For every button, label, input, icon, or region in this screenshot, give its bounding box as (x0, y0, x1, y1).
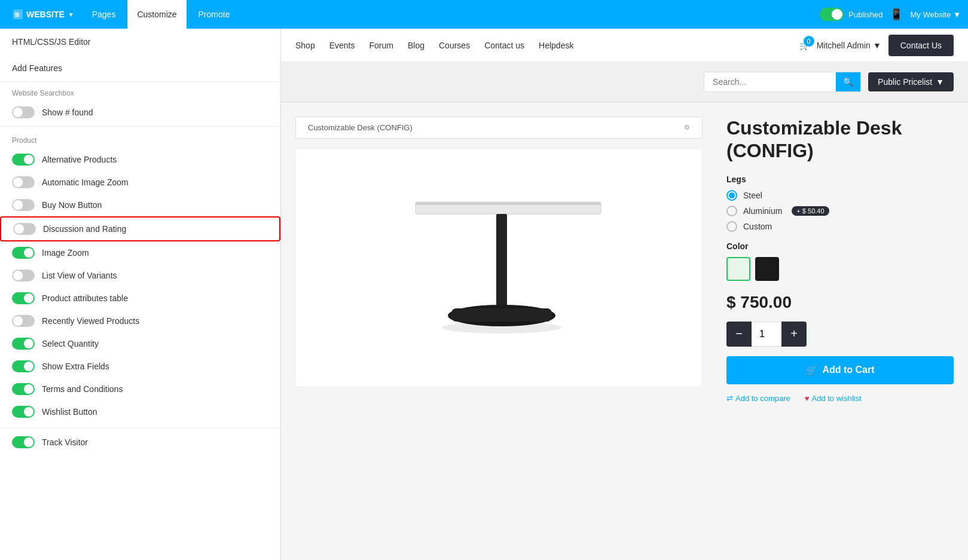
search-box: 🔍 (704, 72, 861, 92)
website-searchbox-section-label: Website Searchbox (0, 82, 280, 101)
toggle-automatic-image-zoom-knob (13, 178, 23, 187)
product-image-container (295, 148, 703, 387)
nav-helpdesk[interactable]: Helpdesk (539, 41, 573, 50)
toggle-show-extra-fields-knob (24, 362, 33, 371)
search-button[interactable]: 🔍 (836, 72, 860, 91)
legs-radio-steel[interactable] (726, 190, 737, 201)
toggle-select-quantity-knob (24, 339, 33, 348)
toggle-wishlist-button[interactable]: Wishlist Button (0, 400, 280, 423)
main-layout: HTML/CSS/JS Editor Add Features Website … (0, 29, 968, 560)
toggle-image-zoom-switch[interactable] (12, 247, 35, 259)
website-logo[interactable]: ⊞ WEBSITE ▼ (7, 10, 80, 19)
mobile-preview-icon[interactable]: 📱 (890, 8, 903, 21)
legs-radio-aluminium[interactable] (726, 206, 737, 216)
nav-shop[interactable]: Shop (295, 41, 315, 50)
nav-forum[interactable]: Forum (370, 41, 393, 50)
toggle-terms-and-conditions[interactable]: Terms and Conditions (0, 378, 280, 400)
toggle-track-visitor[interactable]: Track Visitor (0, 431, 280, 454)
product-page: Customizable Desk (CONFIG) ⚙ (281, 102, 968, 417)
aluminium-price-badge: + $ 50.40 (792, 206, 829, 216)
legs-option-custom[interactable]: Custom (726, 221, 954, 232)
color-swatch-black[interactable] (755, 257, 779, 281)
svg-point-7 (442, 322, 561, 333)
toggle-recently-viewed-products-knob (13, 316, 23, 326)
html-css-editor-item[interactable]: HTML/CSS/JS Editor (0, 29, 280, 55)
toggle-select-quantity[interactable]: Select Quantity (0, 332, 280, 355)
legs-radio-custom[interactable] (726, 221, 737, 232)
toggle-wishlist-button-knob (24, 407, 33, 417)
toggle-recently-viewed-products-switch[interactable] (12, 315, 35, 327)
toggle-alternative-products[interactable]: Alternative Products (0, 148, 280, 171)
product-actions: ⇄ Add to compare ♥ Add to wishlist (726, 394, 954, 403)
toggle-show-extra-fields[interactable]: Show Extra Fields (0, 355, 280, 378)
pricelist-button[interactable]: Public Pricelist ▼ (868, 72, 954, 91)
legs-option-aluminium[interactable]: Aluminium + $ 50.40 (726, 206, 954, 216)
search-bar-row: 🔍 Public Pricelist ▼ (281, 62, 968, 102)
published-switch[interactable] (820, 8, 844, 21)
product-image-svg (386, 166, 613, 369)
user-dropdown[interactable]: Mitchell Admin ▼ (817, 41, 881, 50)
website-nav-right: 🛒 0 Mitchell Admin ▼ Contact Us (799, 35, 954, 56)
published-toggle[interactable]: Published (820, 8, 883, 21)
toggle-buy-now-button[interactable]: Buy Now Button (0, 194, 280, 216)
toggle-discussion-and-rating-knob (14, 224, 24, 234)
content-area: Shop Events Forum Blog Courses Contact u… (281, 29, 968, 560)
toggle-list-view-variants-switch[interactable] (12, 270, 35, 281)
cart-icon[interactable]: 🛒 0 (799, 41, 810, 50)
toggle-discussion-and-rating[interactable]: Discussion and Rating (0, 216, 280, 241)
website-nav: Shop Events Forum Blog Courses Contact u… (281, 29, 968, 62)
svg-rect-3 (416, 202, 601, 205)
toggle-discussion-and-rating-switch[interactable] (13, 223, 36, 235)
sidebar-scroll-area[interactable]: Website Searchbox Show # found Product A… (0, 82, 280, 560)
toggle-product-attributes-table[interactable]: Product attributes table (0, 287, 280, 310)
color-swatch-white[interactable] (726, 257, 750, 281)
svg-text:⊞: ⊞ (14, 11, 19, 18)
sidebar-top: HTML/CSS/JS Editor Add Features (0, 29, 280, 82)
quantity-decrease-button[interactable]: − (726, 322, 752, 347)
toggle-select-quantity-switch[interactable] (12, 338, 35, 350)
toggle-automatic-image-zoom-switch[interactable] (12, 176, 35, 188)
toggle-alternative-products-switch[interactable] (12, 154, 35, 166)
nav-courses[interactable]: Courses (439, 41, 470, 50)
quantity-increase-button[interactable]: + (781, 322, 807, 347)
nav-blog[interactable]: Blog (408, 41, 425, 50)
add-to-cart-button[interactable]: 🛒 Add to Cart (726, 356, 954, 384)
toggle-automatic-image-zoom[interactable]: Automatic Image Zoom (0, 171, 280, 194)
toggle-wishlist-button-switch[interactable] (12, 406, 35, 418)
my-website-btn[interactable]: My Website ▼ (910, 10, 961, 19)
top-bar-right: Published 📱 My Website ▼ (820, 8, 961, 21)
toggle-list-view-variants[interactable]: List View of Variants (0, 264, 280, 287)
toggle-buy-now-button-switch[interactable] (12, 199, 35, 211)
toggle-show-found[interactable]: Show # found (0, 101, 280, 124)
top-bar: ⊞ WEBSITE ▼ Pages Customize Promote Publ… (0, 0, 968, 29)
toggle-terms-and-conditions-switch[interactable] (12, 383, 35, 395)
nav-events[interactable]: Events (329, 41, 355, 50)
toggle-product-attributes-table-switch[interactable] (12, 292, 35, 304)
toggle-list-view-variants-knob (13, 271, 23, 280)
add-to-wishlist-link[interactable]: ♥ Add to wishlist (805, 394, 862, 403)
search-input[interactable] (704, 72, 836, 91)
nav-contact-us[interactable]: Contact us (484, 41, 524, 50)
toggle-image-zoom[interactable]: Image Zoom (0, 241, 280, 264)
toggle-track-visitor-switch[interactable] (12, 436, 35, 448)
toggle-show-found-knob (13, 108, 23, 117)
toggle-alternative-products-knob (24, 155, 33, 164)
customize-nav-btn[interactable]: Customize (127, 0, 186, 29)
svg-rect-4 (496, 214, 507, 310)
toggle-buy-now-button-knob (13, 200, 23, 210)
toggle-recently-viewed-products[interactable]: Recently Viewed Products (0, 310, 280, 332)
toggle-show-found-switch[interactable] (12, 106, 35, 118)
product-price: $ 750.00 (726, 293, 954, 312)
pages-nav-btn[interactable]: Pages (83, 0, 126, 29)
legs-option-steel[interactable]: Steel (726, 190, 954, 201)
toggle-track-visitor-knob (24, 437, 33, 447)
product-image-area: Customizable Desk (CONFIG) ⚙ (295, 117, 703, 403)
promote-nav-btn[interactable]: Promote (189, 0, 240, 29)
cart-badge: 0 (804, 36, 814, 47)
contact-us-button[interactable]: Contact Us (888, 35, 954, 56)
quantity-input[interactable] (752, 322, 781, 347)
add-to-compare-link[interactable]: ⇄ Add to compare (726, 394, 790, 403)
add-features-item[interactable]: Add Features (0, 55, 280, 81)
color-section-label: Color (726, 241, 954, 251)
toggle-show-extra-fields-switch[interactable] (12, 360, 35, 372)
